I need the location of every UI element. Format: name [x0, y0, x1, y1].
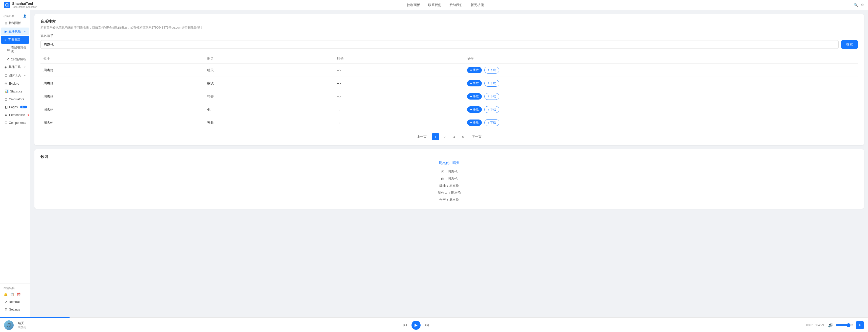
- pagination: 上一页 1 2 3 4 下一页: [40, 133, 858, 140]
- cell-duration: --:-: [334, 103, 464, 116]
- player-progress-track[interactable]: [0, 317, 868, 318]
- sidebar-item-referral[interactable]: ↗ Referral: [1, 298, 29, 305]
- sidebar-item-live-video[interactable]: ▶ 直播视频 ▾: [1, 28, 29, 35]
- search-input[interactable]: [40, 40, 839, 49]
- sidebar-item-personalize[interactable]: ⚙ Personalize ♥: [1, 111, 29, 119]
- cell-actions: ● 播放 ↑ 下载: [464, 64, 858, 77]
- sidebar-item-explore[interactable]: ◎ Explore: [1, 80, 29, 87]
- cell-artist: 周杰伦: [40, 90, 204, 103]
- play-button-4[interactable]: ● 播放: [467, 120, 482, 126]
- sidebar-label-components: Components: [9, 121, 26, 125]
- page-1[interactable]: 1: [432, 133, 439, 140]
- sidebar-item-pages[interactable]: ◧ Pages 40+: [1, 103, 29, 111]
- cell-artist: 周杰伦: [40, 103, 204, 116]
- lyrics-line: 合声：周杰伦: [40, 197, 858, 203]
- sidebar-item-other-tools[interactable]: ◈ 其他工具 ▾: [1, 63, 29, 71]
- player-download-button[interactable]: ⬇: [856, 321, 864, 329]
- sidebar-item-live-stream[interactable]: ≡ 直播播流: [1, 36, 29, 44]
- sidebar-label-live-stream: 直播播流: [8, 38, 20, 42]
- explore-icon: ◎: [5, 81, 7, 86]
- download-button-3[interactable]: ↑ 下载: [484, 106, 499, 113]
- lyrics-line: 曲：周杰伦: [40, 175, 858, 182]
- sidebar-label-short-parse: 短视频解析: [11, 57, 26, 61]
- play-button-1[interactable]: ● 播放: [467, 80, 482, 87]
- cell-duration: --:-: [334, 77, 464, 90]
- download-button-1[interactable]: ↑ 下载: [484, 80, 499, 87]
- player-song-name: 晴天: [18, 321, 26, 325]
- sidebar-item-online-search[interactable]: ◎ 在线视频搜索: [0, 44, 30, 56]
- download-button-2[interactable]: ↑ 下载: [484, 93, 499, 100]
- short-parse-icon: ✿: [7, 58, 10, 61]
- cell-song: 晴天: [204, 64, 334, 77]
- lyrics-content: 词：周杰伦曲：周杰伦编曲：周杰伦制作人：周杰伦合声：周杰伦: [40, 168, 858, 203]
- sidebar-label-dashboard: 控制面板: [9, 21, 21, 25]
- player-info: 晴天 周杰伦: [18, 321, 26, 329]
- app-logo: ShanhaiTool Tool Station Collection: [4, 2, 37, 8]
- nav-dashboard[interactable]: 控制面板: [407, 3, 420, 7]
- friend-icon-2[interactable]: 📋: [10, 293, 14, 296]
- settings-icon-sidebar: ⚙: [5, 307, 8, 311]
- table-row: 周杰伦 夜曲 --:- ● 播放 ↑ 下载: [40, 116, 858, 129]
- table-row: 周杰伦 搁浅 --:- ● 播放 ↑ 下载: [40, 77, 858, 90]
- app-name-block: ShanhaiTool Tool Station Collection: [12, 2, 37, 8]
- sidebar-label-live-video: 直播视频: [9, 29, 21, 34]
- sidebar-label-statistics: Statistics: [10, 90, 22, 93]
- sidebar-item-statistics[interactable]: 📊 Statistics: [1, 88, 29, 95]
- chevron-right-icon: ▾: [24, 66, 26, 68]
- nav-no-function[interactable]: 暂无功能: [471, 3, 484, 7]
- sidebar-item-image-tools[interactable]: ⬡ 图片工具 ▾: [1, 71, 29, 79]
- lyrics-song-title: 周杰伦 - 晴天: [40, 161, 858, 165]
- nav-contact[interactable]: 联系我们: [428, 3, 441, 7]
- search-button[interactable]: 搜索: [841, 40, 858, 49]
- prev-page-button[interactable]: 上一页: [413, 133, 430, 140]
- player-time-current: 00:01: [806, 323, 814, 327]
- components-icon: ⬡: [5, 121, 7, 125]
- player-next-button[interactable]: ⏭: [425, 322, 429, 328]
- player-progress-fill: [0, 317, 69, 318]
- sidebar-item-short-parse[interactable]: ✿ 短视频解析: [0, 56, 30, 63]
- sidebar-item-dashboard[interactable]: ⊞ 控制面板: [1, 19, 29, 27]
- music-search-card: 音乐搜索 所有音乐资讯信息均来自于网络收集，目前支持VIP会员歌曲播放，如有侵权…: [34, 14, 864, 145]
- next-page-button[interactable]: 下一页: [468, 133, 485, 140]
- live-video-icon: ▶: [5, 30, 7, 33]
- cell-song: 稻香: [204, 90, 334, 103]
- sidebar-item-calculators[interactable]: ◻ Calculators: [1, 96, 29, 103]
- layout: 功能区块 👤 ⊞ 控制面板 ▶ 直播视频 ▾ ≡ 直播播流 ◎ 在线视频搜索 ✿…: [0, 10, 868, 317]
- cell-song: 枫: [204, 103, 334, 116]
- player-play-button[interactable]: ▶: [411, 321, 421, 330]
- player-prev-button[interactable]: ⏮: [403, 322, 407, 328]
- sidebar-item-settings[interactable]: ⚙ Settings: [1, 306, 29, 313]
- top-nav: ShanhaiTool Tool Station Collection 控制面板…: [0, 0, 868, 10]
- personalize-icon: ⚙: [5, 113, 8, 117]
- table-row: 周杰伦 晴天 --:- ● 播放 ↑ 下载: [40, 64, 858, 77]
- user-icon[interactable]: 👤: [23, 14, 27, 18]
- sidebar-label-personalize: Personalize: [9, 113, 25, 117]
- friend-icon-1[interactable]: 🔔: [4, 293, 8, 296]
- search-icon[interactable]: 🔍: [854, 3, 858, 7]
- sidebar-label-settings: Settings: [9, 308, 20, 311]
- play-button-0[interactable]: ● 播放: [467, 67, 482, 73]
- page-4[interactable]: 4: [459, 133, 466, 140]
- dashboard-icon: ⊞: [5, 21, 7, 25]
- cell-artist: 周杰伦: [40, 64, 204, 77]
- player-controls: ⏮ ▶ ⏭: [30, 321, 802, 330]
- cell-song: 夜曲: [204, 116, 334, 129]
- settings-icon[interactable]: ⚙: [861, 3, 864, 7]
- volume-icon: 🔊: [828, 323, 833, 327]
- player-progress-container: [0, 317, 868, 318]
- image-tools-icon: ⬡: [5, 73, 7, 77]
- download-button-4[interactable]: ↑ 下载: [484, 119, 499, 126]
- play-button-2[interactable]: ● 播放: [467, 93, 482, 100]
- nav-sponsor[interactable]: 赞助我们: [450, 3, 463, 7]
- volume-slider[interactable]: [836, 323, 853, 327]
- sidebar-label-online-search: 在线视频搜索: [11, 45, 27, 54]
- play-button-3[interactable]: ● 播放: [467, 106, 482, 113]
- sidebar-item-components[interactable]: ⬡ Components: [1, 119, 29, 126]
- friend-icon-3[interactable]: ⏰: [17, 293, 21, 296]
- friend-links-title: 友情链接: [0, 285, 30, 291]
- download-button-0[interactable]: ↑ 下载: [484, 67, 499, 73]
- page-3[interactable]: 3: [450, 133, 457, 140]
- page-2[interactable]: 2: [441, 133, 448, 140]
- player-right: 🔊 ⬇: [828, 321, 864, 329]
- top-nav-center: 控制面板 联系我们 赞助我们 暂无功能: [407, 3, 484, 7]
